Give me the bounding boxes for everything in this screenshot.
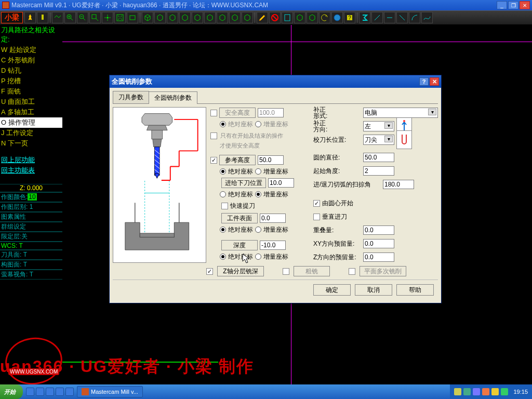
globe-icon[interactable] — [331, 12, 343, 23]
status-group[interactable]: 群组设定 — [0, 222, 62, 232]
tab-tool-params[interactable]: 刀具参数 — [113, 91, 149, 103]
dialog-titlebar[interactable]: 全圆铣削参数 ? ✕ — [110, 75, 441, 88]
menu-item-1[interactable]: C 外形铣削 — [0, 55, 62, 65]
menu-item-9[interactable]: N 下一页 — [0, 138, 62, 149]
start-angle-field[interactable] — [363, 166, 394, 176]
back-up-level[interactable]: 回上层功能 — [0, 155, 62, 165]
ref-height-button[interactable]: 参考高度 — [219, 155, 256, 165]
line3-icon[interactable] — [396, 12, 408, 23]
status-cons[interactable]: 构图面: T — [0, 260, 62, 270]
ref-inc-radio[interactable] — [255, 168, 261, 175]
pan-icon[interactable] — [102, 12, 113, 23]
view-icon[interactable] — [127, 12, 138, 23]
rough-button[interactable]: 粗铣 — [294, 266, 330, 276]
feed-down-button[interactable]: 进给下刀位置 — [221, 178, 266, 188]
start-button[interactable]: 开始 — [0, 384, 23, 399]
tool-icon-1[interactable] — [52, 12, 63, 23]
pencil-icon[interactable] — [257, 12, 268, 23]
fit-icon[interactable] — [114, 12, 126, 23]
restore-button[interactable]: ❐ — [508, 1, 518, 9]
cube-9-icon[interactable] — [242, 12, 253, 23]
status-attr[interactable]: 图素属性 — [0, 212, 62, 222]
tray-icon-1[interactable] — [454, 388, 461, 395]
menu-item-4[interactable]: F 面铣 — [0, 86, 62, 97]
dialog-help-button[interactable]: ? — [419, 77, 429, 86]
work-surface-button[interactable]: 工件表面 — [221, 213, 258, 223]
depth-button[interactable]: 深度 — [221, 240, 258, 250]
overlap-field[interactable] — [363, 225, 394, 235]
cube-a-icon[interactable] — [294, 12, 305, 23]
rough-check[interactable] — [283, 268, 289, 275]
diameter-field[interactable] — [363, 153, 394, 162]
safe-abs-radio[interactable] — [220, 121, 226, 127]
tab-circle-params[interactable]: 全圆铣削参数 — [149, 91, 197, 104]
tip-icon[interactable] — [396, 130, 412, 149]
nodelete-icon[interactable] — [269, 12, 281, 23]
calc-icon[interactable] — [282, 12, 293, 23]
menu-item-8[interactable]: J 工作设定 — [0, 128, 62, 138]
ref-height-field[interactable] — [258, 155, 284, 165]
sweep-field[interactable] — [383, 180, 414, 189]
tip-dropdown[interactable]: 刀尖 — [363, 135, 394, 145]
status-view[interactable]: 萤幕视角: T — [0, 270, 62, 280]
rapid-retract-check[interactable] — [221, 203, 228, 209]
depth-inc-radio[interactable] — [255, 254, 261, 260]
minimize-button[interactable]: _ — [497, 1, 507, 9]
task-mastercam[interactable]: Mastercam Mill v... — [77, 386, 143, 397]
logo-button[interactable]: 小梁 — [1, 12, 23, 23]
ql-icon-2[interactable] — [36, 388, 44, 396]
tool-icon[interactable] — [37, 12, 48, 23]
undo-icon[interactable] — [319, 12, 330, 23]
arc-icon[interactable] — [409, 12, 420, 23]
xy-stock-field[interactable] — [363, 239, 394, 248]
tray-icon-5[interactable] — [491, 388, 499, 395]
help-button[interactable]: 帮助 — [396, 284, 434, 296]
ref-height-check[interactable] — [210, 157, 217, 164]
ref-abs-radio[interactable] — [220, 168, 226, 175]
run-man-icon[interactable] — [24, 12, 36, 23]
plane-multi-button[interactable]: 平面多次铣削 — [360, 266, 406, 276]
menu-item-7[interactable]: O 操作管理 — [0, 117, 62, 128]
cube-1-icon[interactable] — [142, 12, 153, 23]
clock[interactable]: 19:15 — [513, 389, 528, 395]
back-main-menu[interactable]: 回主功能表 — [0, 165, 62, 176]
cube-2-icon[interactable] — [154, 12, 166, 23]
tray-icon-6[interactable] — [501, 388, 508, 395]
ok-button[interactable]: 确定 — [313, 284, 351, 296]
line2-icon[interactable] — [384, 12, 395, 23]
status-color[interactable]: 作图颜色:10 — [0, 192, 62, 202]
menu-item-5[interactable]: U 曲面加工 — [0, 97, 62, 107]
tray-icon-3[interactable] — [473, 388, 480, 395]
z-layers-check[interactable] — [206, 268, 213, 275]
ws-inc-radio[interactable] — [255, 227, 261, 233]
z-layers-button[interactable]: Z轴分层铣深 — [217, 266, 264, 276]
menu-item-0[interactable]: W 起始设定 — [0, 45, 62, 55]
cube-3-icon[interactable] — [167, 12, 178, 23]
status-wcs[interactable]: WCS: T — [0, 242, 62, 250]
status-tool[interactable]: 刀具面: T — [0, 250, 62, 260]
ws-abs-radio[interactable] — [220, 227, 226, 233]
menu-item-2[interactable]: D 钻孔 — [0, 65, 62, 76]
feed-inc-radio[interactable] — [255, 191, 261, 197]
cube-7-icon[interactable] — [217, 12, 228, 23]
menu-item-3[interactable]: P 挖槽 — [0, 76, 62, 86]
dialog-close-button[interactable]: ✕ — [430, 77, 439, 86]
plane-multi-check[interactable] — [349, 268, 355, 275]
safe-inc-radio[interactable] — [255, 121, 261, 127]
close-button[interactable]: ✕ — [520, 1, 530, 9]
tray-icon-2[interactable] — [463, 388, 471, 395]
tray-icon-4[interactable] — [482, 388, 489, 395]
comp-type-dropdown[interactable]: 电脑 — [363, 108, 438, 118]
safe-height-check[interactable] — [210, 110, 217, 116]
comp-dir-dropdown[interactable]: 左 — [363, 121, 394, 131]
feed-abs-radio[interactable] — [220, 191, 226, 197]
help-icon[interactable]: ? — [344, 12, 355, 23]
zoom-in-icon[interactable] — [64, 12, 76, 23]
status-z[interactable]: Z: 0.000 — [0, 184, 62, 192]
safe-only-check[interactable] — [210, 132, 217, 139]
cube-b-icon[interactable] — [307, 12, 318, 23]
cancel-button[interactable]: 取消 — [355, 284, 392, 296]
zoom-out-icon[interactable] — [77, 12, 88, 23]
status-layer[interactable]: 作图层别: 1 — [0, 202, 62, 212]
ql-icon-3[interactable] — [46, 388, 54, 396]
